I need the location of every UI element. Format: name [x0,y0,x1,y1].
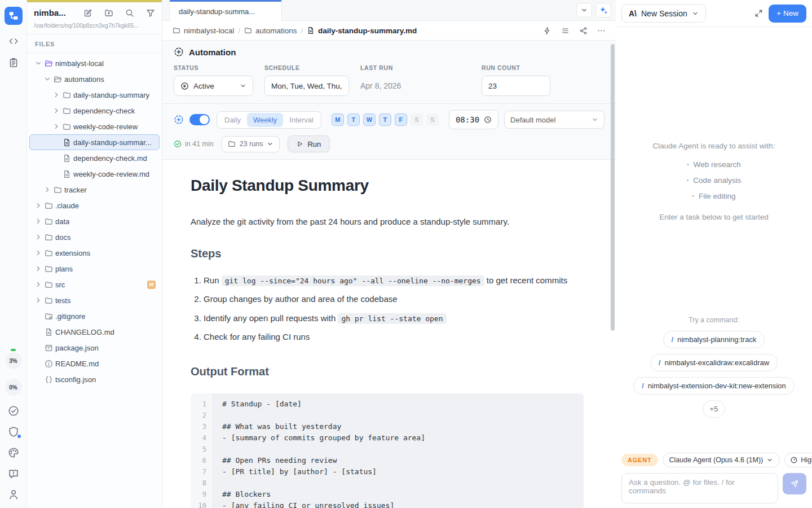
chevron-right-icon[interactable] [34,265,42,273]
tree-item-data[interactable]: data [29,213,160,229]
filter-button[interactable] [146,8,155,17]
chevron-right-icon[interactable] [52,91,60,99]
tree-item-src[interactable]: srcM [29,277,160,292]
day-chip-1[interactable]: T [347,113,360,126]
send-button[interactable] [783,473,806,494]
tree-item-readme-md[interactable]: README.md [29,356,160,371]
new-note-button[interactable] [83,8,92,17]
breadcrumb-item-daily-standup-summary-md[interactable]: daily-standup-summary.md [307,27,417,35]
tree-item-claude[interactable]: .claude [29,198,160,213]
expand-panel-button[interactable] [754,9,763,17]
run-count-input[interactable] [482,76,550,96]
runs-dropdown[interactable]: 23 runs [222,136,280,152]
frequency-option-weekly[interactable]: Weekly [247,113,283,127]
workspace-title[interactable]: nimba... [34,8,83,17]
effort-select[interactable]: High [784,453,812,467]
automation-quick-button[interactable] [543,27,551,35]
tree-item-tracker[interactable]: tracker [29,182,160,198]
day-chip-0[interactable]: M [332,113,344,126]
new-folder-button[interactable] [104,8,113,17]
status-select[interactable]: Active [174,76,253,96]
tab-daily-standup-summary[interactable]: daily-standup-summa... [169,0,282,21]
chevron-right-icon[interactable] [34,233,42,241]
tree-item-dependency-check-md[interactable]: dependency-check.md [29,150,160,166]
command-pill-nimbalyst-extension-dev-kit-new-extension[interactable]: /nimbalyst-extension-dev-kit:new-extensi… [633,377,795,395]
time-input[interactable]: 08:30 [449,110,498,129]
code-icon [8,36,19,46]
chat-input[interactable] [621,473,778,503]
tasks-button[interactable] [8,405,19,417]
session-select[interactable]: A\ New Session [621,4,706,23]
share-button[interactable] [579,27,588,35]
tree-item-changelog-md[interactable]: CHANGELOG.md [29,324,160,340]
tree-item-weekly-code-review[interactable]: weekly-code-review [29,119,160,134]
run-button[interactable]: Run [288,135,330,152]
green-status-dot [11,349,16,351]
feedback-button[interactable] [8,468,19,479]
frequency-option-daily[interactable]: Daily [218,113,247,127]
main-scrollbar[interactable] [611,44,615,331]
day-chip-3[interactable]: T [379,113,391,126]
chevron-right-icon[interactable] [34,202,42,209]
tree-item-gitignore[interactable]: .gitignore [29,308,160,324]
tree-item-label: src [55,281,65,289]
tree-item-weekly-code-review-md[interactable]: weekly-code-review.md [29,166,160,182]
tree-item-plans[interactable]: plans [29,261,160,277]
tree-item-daily-standup-summar[interactable]: daily-standup-summar... [29,134,160,150]
agent-model-select[interactable]: Claude Agent (Opus 4.6 (1M)) [663,453,780,467]
chevron-spacer [34,328,42,336]
chevron-down-icon[interactable] [43,75,51,83]
tree-item-automations[interactable]: automations [29,71,160,87]
tree-item-tests[interactable]: tests [29,292,160,308]
chevron-right-icon[interactable] [52,107,60,115]
day-chip-5[interactable]: S [411,113,423,126]
cpu-usage-badge[interactable]: 3% [5,352,22,369]
tree-item-extensions[interactable]: extensions [29,245,160,261]
code-view-button[interactable] [8,36,19,46]
tree-item-nimbalyst-local[interactable]: nimbalyst-local [29,55,160,71]
model-select[interactable]: Default model [504,111,604,129]
breadcrumb-item-nimbalyst-local[interactable]: nimbalyst-local [173,27,234,35]
automation-toggle[interactable] [189,114,210,125]
tab-list-button[interactable] [576,3,592,17]
security-button[interactable] [8,426,19,437]
chevron-right-icon[interactable] [34,249,42,257]
breadcrumb: nimbalyst-local/automations/daily-standu… [173,27,417,35]
chevron-right-icon[interactable] [43,186,51,194]
tree-item-label: CHANGELOG.md [55,328,114,336]
chevron-right-icon[interactable] [52,122,60,130]
chevron-right-icon[interactable] [34,217,42,225]
tree-item-tsconfig-json[interactable]: tsconfig.json [29,371,160,387]
day-chip-6[interactable]: S [426,113,439,126]
app-logo[interactable] [5,7,23,25]
more-button[interactable] [597,27,606,35]
memory-usage-badge[interactable]: 0% [5,379,22,396]
day-chip-4[interactable]: F [395,113,407,126]
slash-icon: / [659,358,661,367]
tree-item-dependency-check[interactable]: dependency-check [29,103,160,119]
chevron-down-icon[interactable] [34,59,42,67]
new-ai-tab-button[interactable] [595,3,611,17]
account-button[interactable] [8,489,19,500]
chevron-right-icon[interactable] [34,281,42,288]
command-pill-nimbalyst-excalidraw-excalidraw[interactable]: /nimbalyst-excalidraw:excalidraw [650,354,778,371]
breadcrumb-item-automations[interactable]: automations [244,27,297,35]
clipboard-button[interactable] [8,58,19,68]
day-chip-2[interactable]: W [363,113,376,126]
tree-item-daily-standup-summary[interactable]: daily-standup-summary [29,87,160,103]
outline-button[interactable] [561,27,570,35]
effort-label: High [801,456,812,464]
slash-icon: / [642,382,644,390]
document-body[interactable]: Daily Standup Summary Analyze the git ac… [162,160,616,508]
search-button[interactable] [125,8,134,17]
agent-mode-badge[interactable]: AGENT [621,454,658,466]
schedule-input[interactable] [264,76,349,96]
more-commands-button[interactable]: +5 [703,400,726,418]
new-session-button[interactable]: + New [769,5,806,23]
command-pill-nimbalyst-planning-track[interactable]: /nimbalyst-planning:track [663,331,765,348]
chevron-right-icon[interactable] [34,296,42,304]
theme-button[interactable] [8,447,19,458]
tree-item-package-json[interactable]: package.json [29,340,160,356]
frequency-option-interval[interactable]: Interval [283,113,320,127]
tree-item-docs[interactable]: docs [29,229,160,245]
